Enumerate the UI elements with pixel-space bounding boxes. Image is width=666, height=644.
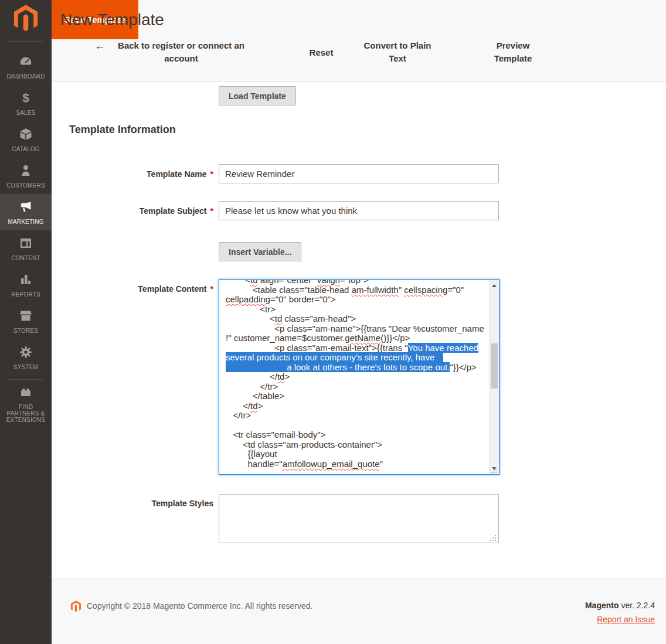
sidebar-item-content[interactable]: CONTENT: [0, 230, 52, 267]
scroll-up-icon[interactable]: [490, 281, 499, 291]
dashboard-icon: [19, 54, 33, 71]
scrollbar[interactable]: [489, 280, 499, 474]
sidebar-item-label: REPORTS: [11, 291, 40, 298]
report-an-issue-link[interactable]: Report an Issue: [597, 615, 655, 624]
system-icon: [19, 345, 33, 362]
resize-grip-icon[interactable]: [495, 472, 497, 473]
convert-to-plain-text-button[interactable]: Convert to Plain Text: [356, 39, 439, 65]
version-text: Magento ver. 2.2.4: [585, 601, 655, 610]
sidebar-item-label: FIND PARTNERS & EXTENSIONS: [2, 404, 49, 423]
stores-icon: [19, 309, 33, 325]
sidebar-item-label: STORES: [13, 328, 38, 334]
sidebar-menu: DASHBOARD $ SALES CATAL: [0, 42, 52, 424]
template-subject-label: Template Subject*: [69, 206, 213, 216]
magento-admin-new-template-page: DASHBOARD $ SALES CATAL: [0, 0, 666, 644]
template-content-viewport: <td align="center" valign="top"> <table …: [220, 280, 489, 474]
magento-logo-icon: [13, 5, 39, 36]
insert-variable-button[interactable]: Insert Variable...: [219, 242, 301, 261]
resize-grip-icon[interactable]: [495, 540, 496, 541]
required-asterisk: *: [210, 169, 213, 179]
reset-button[interactable]: Reset: [295, 46, 348, 59]
back-button-label: Back to register or connect an account: [111, 39, 252, 65]
svg-text:$: $: [22, 91, 29, 104]
catalog-icon: [19, 127, 33, 144]
sidebar-item-catalog[interactable]: CATALOG: [0, 121, 52, 158]
template-name-input[interactable]: [219, 164, 499, 183]
sidebar-item-customers[interactable]: CUSTOMERS: [0, 158, 52, 194]
required-asterisk: *: [210, 284, 213, 294]
required-asterisk: *: [210, 206, 213, 216]
sidebar-item-stores[interactable]: STORES: [0, 303, 52, 339]
template-content-textarea[interactable]: <td align="center" valign="top"> <table …: [219, 280, 500, 475]
page-footer: Copyright © 2018 Magento Commerce Inc. A…: [52, 578, 666, 644]
page-title: New Template: [60, 11, 164, 29]
admin-sidebar: DASHBOARD $ SALES CATAL: [0, 0, 52, 644]
sidebar-item-reports[interactable]: REPORTS: [0, 267, 52, 303]
template-content-label: Template Content*: [69, 284, 213, 294]
back-button[interactable]: ← Back to register or connect an account: [88, 39, 258, 65]
sidebar-item-find-partners-extensions[interactable]: FIND PARTNERS & EXTENSIONS: [0, 383, 52, 424]
sidebar-item-label: CATALOG: [12, 146, 40, 152]
sidebar-item-label: CUSTOMERS: [6, 182, 45, 189]
marketing-icon: [19, 200, 33, 216]
sidebar-divider: [8, 379, 43, 380]
sidebar-item-label: SALES: [16, 110, 35, 116]
load-template-button[interactable]: Load Template: [219, 86, 296, 105]
scroll-down-icon[interactable]: [490, 464, 499, 473]
sidebar-item-marketing[interactable]: MARKETING: [0, 194, 52, 230]
sidebar-item-label: CONTENT: [11, 255, 40, 261]
sidebar-item-system[interactable]: SYSTEM: [0, 339, 52, 376]
version-number: ver. 2.2.4: [621, 601, 655, 610]
sidebar-item-label: MARKETING: [8, 219, 43, 225]
sidebar-item-dashboard[interactable]: DASHBOARD: [0, 49, 52, 85]
magento-footer-icon: [70, 601, 81, 615]
customers-icon: [19, 163, 33, 180]
template-styles-textarea[interactable]: [219, 494, 499, 543]
section-title: Template Information: [69, 124, 176, 136]
template-subject-input[interactable]: [219, 201, 499, 220]
template-name-label: Template Name*: [69, 169, 213, 179]
magento-logo[interactable]: [0, 0, 52, 41]
preview-template-button[interactable]: Preview Template: [487, 39, 539, 65]
copyright-text: Copyright © 2018 Magento Commerce Inc. A…: [87, 601, 312, 611]
scrollbar-thumb[interactable]: [491, 343, 498, 389]
back-arrow-icon: ←: [94, 39, 105, 52]
template-styles-label: Template Styles: [69, 499, 213, 508]
sidebar-item-sales[interactable]: $ SALES: [0, 85, 52, 121]
content-icon: [19, 236, 33, 253]
sidebar-item-label: SYSTEM: [13, 364, 38, 370]
extensions-icon: [19, 385, 33, 401]
template-content-text: <td align="center" valign="top"> <table …: [226, 280, 489, 469]
sidebar-item-label: DASHBOARD: [6, 73, 45, 80]
reports-icon: [19, 272, 33, 289]
sales-icon: $: [19, 91, 33, 107]
page-header: New Template ← Back to register or conne…: [52, 0, 666, 82]
product-name: Magento: [585, 601, 619, 610]
